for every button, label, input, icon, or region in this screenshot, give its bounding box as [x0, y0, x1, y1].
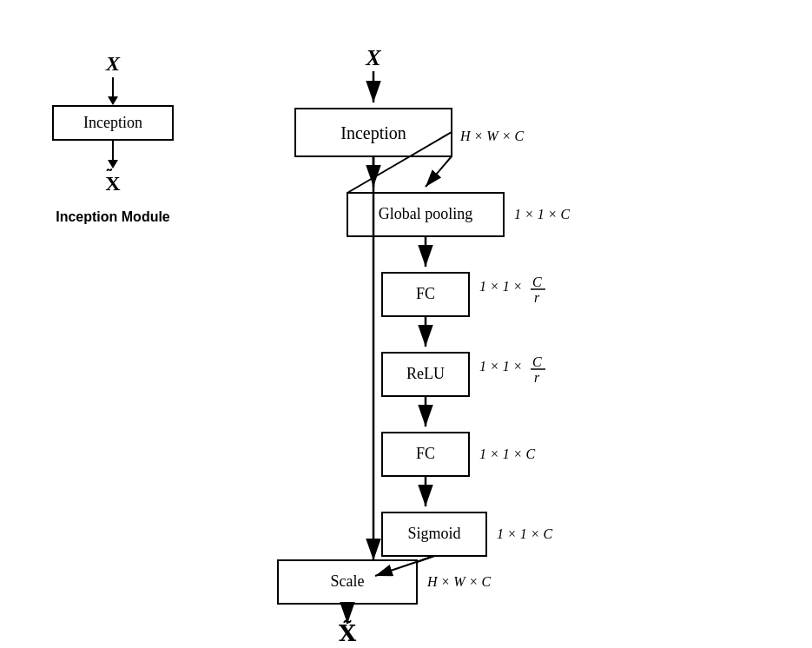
- sigmoid-label: Sigmoid: [407, 525, 460, 542]
- annotation-fc1-r: r: [534, 290, 540, 305]
- inception-to-gp-arrow: [426, 156, 452, 187]
- relu-label: ReLU: [406, 365, 445, 382]
- annotation-relu-c: C: [532, 354, 542, 369]
- annotation-fc2: 1 × 1 × C: [479, 446, 536, 461]
- right-output-label: X̃: [339, 620, 357, 646]
- fc2-label: FC: [416, 445, 435, 462]
- annotation-scale: H × W × C: [426, 574, 491, 589]
- main-diagram-svg: X Inception H × W × C Global pooling 1 ×…: [0, 0, 812, 648]
- scale-label: Scale: [331, 572, 365, 590]
- annotation-relu: 1 × 1 ×: [479, 359, 523, 374]
- annotation-relu-r: r: [534, 370, 540, 385]
- right-inception-label: Inception: [340, 123, 406, 143]
- fc1-label: FC: [416, 285, 435, 302]
- right-input-label: X: [365, 45, 381, 70]
- annotation-fc1-c: C: [532, 274, 542, 289]
- diagram-container: X Inception X ̃ Inception Module: [0, 0, 812, 648]
- annotation-fc1: 1 × 1 ×: [479, 279, 523, 294]
- global-pooling-label: Global pooling: [379, 205, 473, 222]
- annotation-inception: H × W × C: [459, 129, 524, 143]
- annotation-sigmoid: 1 × 1 × C: [497, 526, 553, 541]
- annotation-gp: 1 × 1 × C: [514, 207, 571, 222]
